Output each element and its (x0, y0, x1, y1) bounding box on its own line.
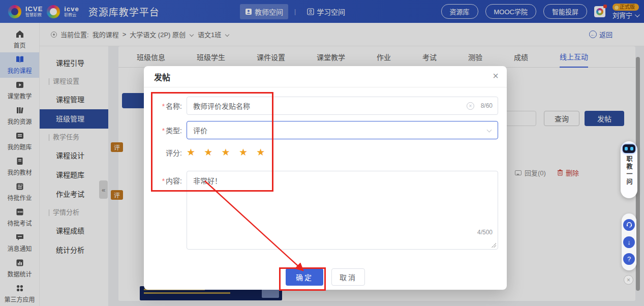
robot-icon (623, 144, 635, 153)
dialog-footer: 确定 取消 (144, 268, 507, 286)
content-field-row: *内容: 非常好！ 4/500 (151, 171, 498, 250)
help-button[interactable]: ? (623, 253, 635, 265)
robot-eye (625, 147, 628, 150)
textarea-resize-handle[interactable] (492, 243, 496, 248)
content-char-counter: 4/500 (477, 229, 493, 236)
clear-input-icon[interactable]: × (467, 102, 474, 110)
dialog-title: 发帖 (154, 71, 170, 83)
confirm-button[interactable]: 确定 (286, 268, 323, 286)
headset-icon (626, 221, 633, 228)
select-chevron-icon (487, 128, 492, 133)
type-select[interactable]: 评价 (187, 121, 498, 139)
name-field-row: *名称: × 8/60 (151, 97, 498, 115)
name-input-wrap: × 8/60 (187, 97, 498, 115)
content-textarea[interactable]: 非常好！ (187, 171, 498, 249)
download-button[interactable]: ↓ (623, 236, 635, 248)
floating-close-button[interactable]: × (624, 275, 633, 285)
close-icon[interactable]: × (493, 71, 499, 81)
name-char-counter: 8/60 (481, 102, 493, 109)
floating-toolbar: ↓ ? (622, 213, 636, 270)
content-label: *内容: (151, 175, 182, 186)
assistant-label: 职教一问 (625, 156, 633, 186)
rating-label: 评分: (151, 147, 182, 158)
name-label: *名称: (151, 101, 182, 111)
type-field-row: *类型: 评价 (151, 121, 498, 139)
content-textarea-wrap: 非常好！ 4/500 (187, 171, 498, 250)
star-rating[interactable]: ★ ★ ★ ★ ★ (187, 146, 268, 158)
post-dialog: 发帖 × *名称: × 8/60 *类型: 评价 评分: ★ ★ ★ ★ ★ *… (144, 66, 507, 290)
required-mark: * (162, 102, 165, 110)
type-label: *类型: (151, 125, 182, 135)
name-input[interactable] (193, 102, 465, 110)
dialog-header: 发帖 × (144, 66, 507, 87)
support-button[interactable] (623, 219, 635, 231)
cancel-button[interactable]: 取消 (331, 268, 365, 286)
page: ICVE 智慧职教 icve 职教云 资源库教学平台 教师空间 | (0, 0, 644, 306)
required-mark: * (162, 177, 165, 185)
type-select-value: 评价 (193, 125, 207, 135)
rating-field-row: 评分: ★ ★ ★ ★ ★ (151, 146, 268, 158)
assistant-widget[interactable]: 职教一问 (621, 141, 637, 198)
required-mark: * (162, 127, 165, 135)
robot-eye (630, 147, 633, 150)
